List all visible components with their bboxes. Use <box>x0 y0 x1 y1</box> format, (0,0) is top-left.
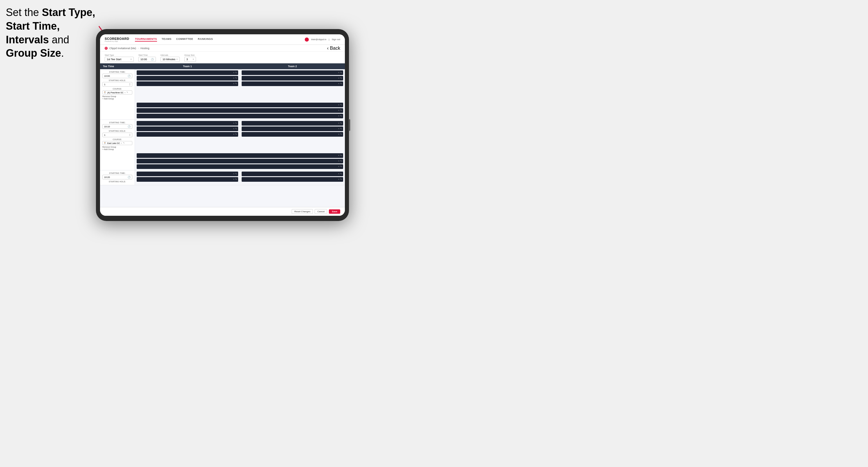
player-x-t1-g2-3[interactable]: × <box>233 133 235 135</box>
breadcrumb-bar: C Clippd Invitational (Me) › Hosting ‹ B… <box>100 45 345 52</box>
hole-spinners-1: ▲ ▼ <box>129 83 130 86</box>
hole-spinner-down-2[interactable]: ▼ <box>129 135 130 136</box>
group-size-select[interactable]: 3 ▾ <box>184 57 196 62</box>
player-edit-t1-g3-1[interactable]: ✎ <box>235 173 237 175</box>
logo-sub: Powered by clipp <box>105 40 129 42</box>
player-edit-t2-2[interactable]: ✎ <box>340 77 342 80</box>
save-button[interactable]: Save <box>329 209 340 214</box>
start-type-select[interactable]: 1st Tee Start ▾ <box>105 57 134 62</box>
player-edit-t1-g2-2[interactable]: ✎ <box>235 128 237 130</box>
intervals-select[interactable]: 10 Minutes ▾ <box>160 57 180 62</box>
player-edit-t2-g2-1[interactable]: ✎ <box>340 122 342 124</box>
player-edit-t2-g3-1[interactable]: ✎ <box>340 173 342 175</box>
starting-hole-value-2: 1 <box>104 134 105 136</box>
solo-x-1-3[interactable]: × <box>338 115 339 117</box>
player-edit-t1-g3-2[interactable]: ✎ <box>235 178 237 181</box>
solo-edit-1-1[interactable]: ✎ <box>340 104 342 106</box>
course-edit-1[interactable]: ✎ <box>126 91 128 94</box>
hole-spinner-down-1[interactable]: ▼ <box>129 84 130 86</box>
player-x-t1-3[interactable]: × <box>233 83 235 85</box>
player-x-t1-g2-1[interactable]: × <box>233 122 235 124</box>
team1-col-1: × ✎ × ✎ × <box>135 69 240 101</box>
player-edit-t1-g2-1[interactable]: ✎ <box>235 122 237 124</box>
sign-out-link[interactable]: Sign out <box>332 38 340 41</box>
solo-edit-1-2[interactable]: ✎ <box>340 109 342 112</box>
player-x-t2-g2-1[interactable]: × <box>338 122 339 124</box>
th-tee-time: Tee Time <box>100 63 135 69</box>
remove-group-btn-2[interactable]: Remove Group <box>102 146 132 148</box>
course-remove-1[interactable]: × <box>124 92 126 94</box>
start-time-label: Start Time <box>138 54 156 56</box>
add-group-btn-1[interactable]: + Add Group <box>102 98 132 100</box>
side-button <box>349 119 350 131</box>
solo-x-1-2[interactable]: × <box>338 109 339 112</box>
player-x-t1-1[interactable]: × <box>233 71 235 74</box>
cancel-button[interactable]: Cancel <box>315 209 327 214</box>
intervals-group: Intervals 10 Minutes ▾ <box>160 54 180 62</box>
player-row-t1-1: × ✎ <box>137 70 238 75</box>
player-edit-t2-g2-2[interactable]: ✎ <box>340 128 342 130</box>
solo-edit-2-1[interactable]: ✎ <box>340 154 342 157</box>
solo-actions-2-1: × ✎ <box>338 154 342 157</box>
reset-changes-button[interactable]: Reset Changes <box>292 209 313 214</box>
starting-time-input-1[interactable]: 10:00 🕐 <box>102 73 132 78</box>
hole-spinners-2: ▲ ▼ <box>129 133 130 136</box>
player-actions-t1-1: × ✎ <box>233 71 237 74</box>
solo-edit-2-2[interactable]: ✎ <box>340 160 342 162</box>
course-remove-2[interactable]: × <box>121 142 122 144</box>
settings-row: Start Type 1st Tee Start ▾ Start Time 10… <box>100 52 345 63</box>
solo-edit-1-3[interactable]: ✎ <box>340 115 342 117</box>
player-row-t1-g2-2: × ✎ <box>137 126 238 131</box>
player-x-t2-g3-2[interactable]: × <box>338 178 339 181</box>
nav-tournaments[interactable]: TOURNAMENTS <box>135 37 157 41</box>
back-link[interactable]: ‹ Back <box>327 45 340 51</box>
starting-hole-input-1[interactable]: 1 ▲ ▼ <box>102 82 132 87</box>
remove-group-btn-1[interactable]: Remove Group <box>102 95 132 97</box>
course-value-2: East Lake GC <box>107 142 120 144</box>
nav-committee[interactable]: COMMITTEE <box>176 37 193 41</box>
player-edit-t1-3[interactable]: ✎ <box>235 83 237 85</box>
player-edit-t2-g3-2[interactable]: ✎ <box>340 178 342 181</box>
th-team1: Team 1 <box>135 63 240 69</box>
player-x-t2-g2-3[interactable]: × <box>338 133 339 135</box>
player-edit-t1-1[interactable]: ✎ <box>235 71 237 74</box>
player-x-t2-2[interactable]: × <box>338 77 339 80</box>
player-edit-t1-g2-3[interactable]: ✎ <box>235 133 237 135</box>
solo-x-2-2[interactable]: × <box>338 160 339 162</box>
start-type-value: 1st Tee Start <box>107 58 121 61</box>
group-section-1: STARTING TIME: 10:00 🕐 STARTING HOLE: 1 … <box>100 69 345 120</box>
group-section-3: STARTING TIME: 10:20 🕐 STARTING HOLE: × … <box>100 170 345 185</box>
player-x-t2-1[interactable]: × <box>338 71 339 74</box>
player-x-t1-2[interactable]: × <box>233 77 235 80</box>
starting-time-input-3[interactable]: 10:20 🕐 <box>102 175 132 179</box>
starting-hole-input-2[interactable]: 1 ▲ ▼ <box>102 133 132 137</box>
player-edit-t2-g2-3[interactable]: ✎ <box>340 133 342 135</box>
player-x-t2-g2-2[interactable]: × <box>338 128 339 130</box>
solo-x-1-1[interactable]: × <box>338 104 339 106</box>
course-edit-2[interactable]: ✎ <box>123 142 125 144</box>
player-x-t1-g2-2[interactable]: × <box>233 128 235 130</box>
breadcrumb-tournament[interactable]: Clippd Invitational (Me) <box>109 47 136 50</box>
starting-time-input-2[interactable]: 10:10 🕐 <box>102 124 132 129</box>
player-x-t2-3[interactable]: × <box>338 83 339 85</box>
nav-rankings[interactable]: RANKINGS <box>198 37 213 41</box>
player-x-t1-g3-1[interactable]: × <box>233 173 235 175</box>
group-left-2: STARTING TIME: 10:10 🕐 STARTING HOLE: 1 … <box>100 120 135 152</box>
start-time-select[interactable]: 10:00 🕐 <box>138 57 156 62</box>
starting-hole-value-1: 1 <box>104 83 105 86</box>
solo-edit-2-3[interactable]: ✎ <box>340 165 342 168</box>
player-actions-t2-2: × ✎ <box>338 77 342 80</box>
solo-x-2-1[interactable]: × <box>338 154 339 157</box>
course-value-1: (A) Peachtree GC <box>107 92 124 94</box>
solo-x-2-3[interactable]: × <box>338 165 339 168</box>
player-edit-t1-2[interactable]: ✎ <box>235 77 237 80</box>
player-x-t1-g3-2[interactable]: × <box>233 178 235 181</box>
course-icon-1: 🏌 <box>104 91 106 94</box>
nav-teams[interactable]: TEAMS <box>162 37 172 41</box>
solo-row-2-1: × ✎ <box>137 153 343 158</box>
player-x-t2-g3-1[interactable]: × <box>338 173 339 175</box>
table-content: STARTING TIME: 10:00 🕐 STARTING HOLE: 1 … <box>100 69 345 207</box>
add-group-btn-2[interactable]: + Add Group <box>102 148 132 150</box>
player-edit-t2-3[interactable]: ✎ <box>340 83 342 85</box>
player-edit-t2-1[interactable]: ✎ <box>340 71 342 74</box>
